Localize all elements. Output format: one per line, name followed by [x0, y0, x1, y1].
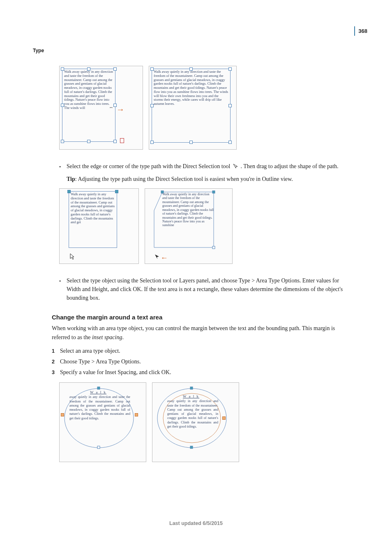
svg-rect-8 — [190, 387, 193, 389]
sample-text: away quietly in any direction and taste … — [167, 399, 218, 429]
sample-text: Walk away quietly in any direction and t… — [154, 69, 228, 106]
title-text: W a l k — [183, 394, 199, 398]
list-item: • Select the type object using the Selec… — [59, 276, 344, 302]
tip-label: Tip — [67, 176, 75, 182]
step-text: Select an area type object. — [60, 347, 344, 355]
title-text: W a l k — [90, 390, 106, 394]
text: . Then drag to adjust the shape of the p… — [240, 163, 338, 169]
sample-text: Walk away quietly in any direction and t… — [64, 69, 113, 110]
section-label: Type — [33, 48, 44, 53]
svg-rect-5 — [97, 446, 100, 449]
numbered-steps: 1 Select an area type object. 2 Choose T… — [52, 347, 344, 377]
cursor-icon — [69, 253, 75, 261]
resize-cursor-icon: ↔ — [109, 105, 113, 110]
inset-handle-icon — [222, 416, 226, 420]
svg-rect-9 — [190, 446, 193, 449]
drag-arrow-icon: → — [161, 254, 168, 262]
footer-last-updated: Last updated 6/5/2015 — [0, 520, 392, 526]
text-area-before: Walk away quietly in any direction and t… — [69, 191, 117, 248]
figure-resize-type-path: Walk away quietly in any direction and t… — [59, 66, 336, 150]
text: Select the type object using the Selecti… — [67, 276, 344, 302]
drag-arrow-icon: → — [116, 105, 125, 114]
step-number: 1 — [52, 347, 60, 355]
text-area-before: Walk away quietly in any direction and t… — [62, 69, 115, 142]
sample-text: Walk away quietly in any direction and t… — [71, 192, 115, 224]
step-number: 3 — [52, 368, 60, 377]
body-paragraph: When working with an area type object, y… — [52, 324, 344, 342]
bullet-icon: • — [59, 276, 67, 302]
sample-text: away quietly in any direction and taste … — [69, 395, 130, 421]
tip-note: Tip: Adjusting the type path using the D… — [67, 175, 344, 183]
cursor-icon — [154, 254, 160, 261]
text: Select the edge or corner of the type pa… — [67, 163, 232, 169]
tip-text: : Adjusting the type path using the Dire… — [75, 176, 293, 182]
inset-handle-icon — [135, 413, 138, 416]
ellipse-text-with-inset: W a l k away quietly in any direction an… — [155, 385, 229, 447]
step-item: 2 Choose Type > Area Type Options. — [52, 357, 344, 366]
list-item: • Select the edge or corner of the type … — [59, 162, 344, 171]
ellipse-text-no-inset: W a l k away quietly in any direction an… — [62, 385, 136, 447]
heading-change-margin: Change the margin around a text area — [52, 314, 344, 321]
step-text: Specify a value for Inset Spacing, and c… — [60, 368, 344, 377]
page-number: 368 — [354, 26, 367, 36]
figure-direct-selection-edit: Walk away quietly in any direction and t… — [59, 188, 336, 264]
step-text: Choose Type > Area Type Options. — [60, 357, 344, 366]
step-item: 3 Specify a value for Inset Spacing, and… — [52, 368, 344, 377]
svg-rect-2 — [212, 246, 215, 249]
step-number: 2 — [52, 357, 60, 366]
figure-inset-spacing: W a l k away quietly in any direction an… — [59, 382, 336, 462]
overflow-icon — [120, 138, 124, 143]
sample-text: Walk away quietly in any direction and t… — [162, 192, 214, 227]
direct-selection-tool-icon — [233, 163, 238, 169]
text-area-after: Walk away quietly in any direction and t… — [152, 69, 231, 143]
svg-rect-4 — [97, 387, 100, 389]
step-item: 1 Select an area type object. — [52, 347, 344, 355]
inset-handle-icon — [61, 413, 64, 416]
bullet-icon: • — [59, 162, 67, 171]
